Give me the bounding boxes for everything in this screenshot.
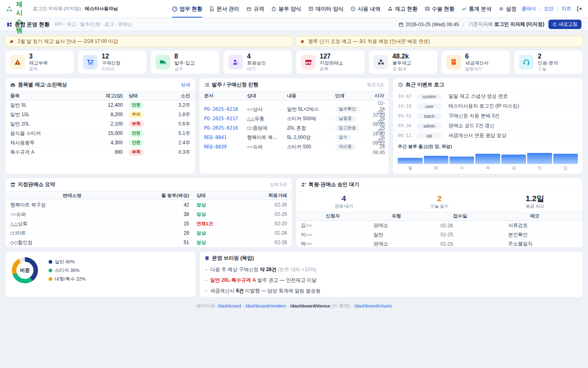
status-badge: 안전 — [129, 102, 144, 109]
layout-link-modern[interactable]: /dashboard/modern — [245, 303, 286, 308]
book-icon — [205, 256, 209, 261]
layout-link-dashboard[interactable]: /dashboard — [218, 303, 241, 308]
nav-transactions[interactable]: 수불 현황 — [425, 0, 455, 18]
nav-specs[interactable]: 규격 — [246, 0, 264, 18]
legend-dot — [49, 269, 52, 272]
status-text: 정상 — [196, 212, 206, 217]
table-row[interactable]: △△상회15연체1건02-20 — [5, 219, 292, 228]
log-tag: system — [416, 94, 442, 99]
kpi-bag-stock[interactable]: 48.2k봉투재고장 합계 — [368, 50, 438, 74]
kpi-orders-inbound[interactable]: 8발주·입고금주 — [150, 50, 220, 74]
log-row: 08:12api세금계산서 연동 응답 정상 — [393, 130, 583, 140]
top-count-note: 상위 5곳 — [270, 182, 287, 188]
status-text: 연체1건 — [196, 221, 213, 226]
sellers-panel: 지정판매소 요약 상위 5곳 판매소명 월 봉투(백장) 상태 최종거래 행복마… — [5, 177, 292, 248]
approval-panel: 회원·판매소 승인 대기 4전체 대기 2오늘 접수 1.2일평균 처리 신청자… — [296, 177, 583, 248]
log-row: 10:18user테스터사용자 로그인 (IP 마스킹) — [393, 101, 583, 111]
table-row[interactable]: 일반 20L2,100부족0.6주 — [5, 119, 195, 128]
nav-bag-forms[interactable]: 봉투 양식 — [271, 0, 301, 18]
nav-statistics[interactable]: 통계 분석 — [461, 0, 492, 18]
briefing-list: •다음 주 예상 구매신청 약 28건 (전주 대비 +12%) •일반 20L… — [200, 263, 583, 298]
log-tag: user — [416, 103, 442, 109]
view-switcher: 클래식 | 모던 | 차트 — [521, 5, 582, 12]
kpi-tax-invoices[interactable]: 6세금계산서발행대기 — [441, 50, 510, 74]
logout-icon[interactable] — [576, 6, 582, 12]
kpi-row: 3재고부족품목 12구매신청미처리 8발주·입고금주 4회원승인대기 127지정… — [5, 50, 583, 74]
log-row: 09:55batch구매신청 자동 분배 3건 — [393, 111, 583, 121]
legend-item: 대형/특수 22% — [49, 276, 85, 282]
doc-link[interactable]: PO-2025-0217 — [204, 116, 247, 121]
table-row[interactable]: ○○슈퍼38정상02-25 — [5, 209, 292, 219]
kpi-designated-sellers[interactable]: 127지정판매소등록 — [296, 50, 365, 74]
status-badge: 부족 — [129, 121, 144, 128]
detail-link[interactable]: 상세 — [181, 82, 190, 88]
briefing-item: •세금계산서 6건 미발행 — 담당 회계에 알림 발송됨 — [205, 285, 577, 296]
approval-stats: 4전체 대기 2오늘 접수 1.2일평균 처리 — [296, 191, 583, 212]
day-label: 일 — [553, 165, 578, 171]
layout-current: /dashboard/dense — [290, 303, 330, 308]
stage-badge: 발주확인 — [335, 106, 360, 113]
nav-inventory[interactable]: 재고 현황 — [388, 0, 418, 18]
table-row[interactable]: 일반 5L12,400안전3.2주 — [5, 100, 195, 110]
table-row[interactable]: PO-2025-0218○○상사일반 5L×2박스발주확인02-26 10:20 — [199, 100, 389, 110]
table-row[interactable]: ◇◇할인점51정상02-26 — [5, 238, 292, 247]
megaphone-icon — [300, 39, 305, 44]
nav-settings[interactable]: 설정 — [499, 0, 517, 18]
calendar-icon — [399, 22, 403, 27]
kpi-low-stock[interactable]: 3재고부족품목 — [5, 50, 74, 74]
orders-panel: 발주 / 구매신청 진행 최근 5건 문서상대 내용단계 시각 PO-2025-… — [199, 78, 390, 174]
view-modern[interactable]: 모던 — [544, 5, 554, 12]
layout-switcher-footer: 레이아웃: /dashboard · /dashboard/modern · /… — [5, 301, 583, 315]
layout-current-note: (이 화면) — [332, 303, 350, 308]
table-row[interactable]: 재사용봉투4,300안전2.4주 — [5, 138, 195, 147]
table-row[interactable]: 이○○일반02-25본인확인 — [296, 230, 583, 239]
refresh-button[interactable]: 새로고침 — [548, 20, 581, 29]
donut-legend: 일반 40% 스티커 30% 대형/특수 22% — [49, 259, 85, 282]
legend-dot — [49, 277, 52, 281]
stat-avg-processing: 1.2일평균 처리 — [487, 191, 583, 212]
table-row[interactable]: 박○○판매소02-25주소불일치 — [296, 239, 583, 248]
table-row[interactable]: 특수규격 A890부족0.3주 — [5, 147, 195, 157]
table-row[interactable]: 일반 10L8,200주의1.8주 — [5, 110, 195, 119]
user-name: 테스터사용자님 — [85, 6, 118, 11]
app-title: 종량제 시스템 — [16, 0, 27, 35]
notice-banner[interactable]: 2월 말 정기 재고 실사 안내 — 2/28 17:00 마감 — [5, 36, 292, 47]
kpi-inquiries[interactable]: 2민원·문의오늘 — [514, 50, 583, 74]
stage-badge: 처리중 — [335, 144, 356, 150]
day-label: 수 — [450, 165, 474, 171]
nav-data-forms[interactable]: 데이터 양식 — [308, 0, 344, 18]
nav-documents[interactable]: 문서 관리 — [209, 0, 239, 18]
main-nav: 업무 현황 문서 관리 규격 봉투 양식 데이터 양식 사용 내역 재고 현황 … — [172, 0, 517, 18]
share-donut-chart: 비중 — [12, 257, 38, 283]
view-classic[interactable]: 클래식 — [521, 5, 536, 12]
nav-work-status[interactable]: 업무 현황 — [172, 0, 203, 18]
store-icon — [301, 55, 316, 70]
weekly-bar — [527, 153, 552, 164]
weekly-bar — [450, 157, 474, 164]
kpi-purchase-requests[interactable]: 12구매신청미처리 — [78, 50, 147, 74]
nav-usage-history[interactable]: 사용 내역 — [350, 0, 381, 18]
doc-link[interactable]: PO-2025-0216 — [204, 125, 247, 131]
day-label: 목 — [475, 165, 500, 171]
stage-badge: 접수 — [335, 134, 351, 141]
table-row[interactable]: □□마트29정상02-26 — [5, 228, 292, 238]
weekly-bar — [475, 154, 500, 164]
doc-link[interactable]: REQ-8839 — [204, 144, 247, 150]
table-row[interactable]: 행복마트 북구점42정상02-26 — [5, 200, 292, 209]
doc-link[interactable]: PO-2025-0218 — [204, 106, 247, 112]
notice-banner[interactable]: 봉투 단가 조정 예고 — 3/1 적용 예정 (안내문 배포 완료) — [296, 36, 583, 47]
panel-title: 지정판매소 요약 — [10, 181, 55, 188]
table-row[interactable]: 음식물 스티커15,000안전5.1주 — [5, 128, 195, 138]
day-label: 토 — [527, 165, 552, 171]
table-row[interactable]: 김○○판매소02-26서류검토 — [296, 221, 583, 230]
kpi-member-approval[interactable]: 4회원승인대기 — [223, 50, 292, 74]
view-chart[interactable]: 차트 — [561, 5, 571, 12]
doc-link[interactable]: REQ-8841 — [204, 135, 247, 140]
log-row: 09:30admin판매소 코드 2건 갱신 — [393, 121, 583, 130]
share-panel: 비중 일반 40% 스티커 30% 대형/특수 22% — [5, 251, 196, 298]
page-title: 종합 운영 현황 — [7, 21, 49, 28]
panel-title: 품목별 재고·소진예상 — [10, 81, 67, 88]
layout-link-charts[interactable]: /dashboard/charts — [354, 303, 392, 308]
weekly-bar — [398, 158, 422, 164]
status-badge: 안전 — [129, 139, 144, 146]
